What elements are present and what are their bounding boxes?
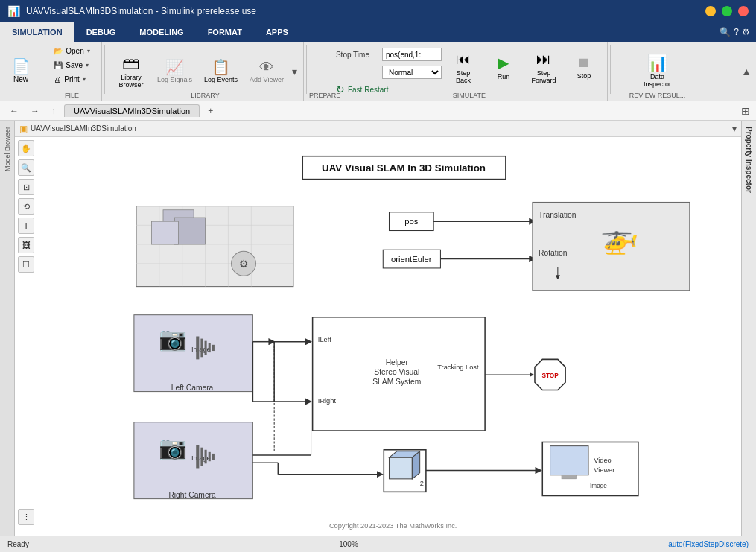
canvas-tools: ✋ 🔍 ⊡ ⟲ T 🖼 ☐: [15, 137, 37, 276]
svg-rect-52: [209, 452, 211, 461]
checkbox-tool[interactable]: ☐: [18, 256, 34, 273]
svg-text:orientEuler: orientEuler: [391, 255, 432, 264]
print-icon: 🖨: [54, 75, 61, 83]
maximize-button[interactable]: [722, 6, 732, 16]
open-button[interactable]: 📂 Open ▾: [48, 45, 95, 57]
help-icon[interactable]: ?: [734, 27, 739, 37]
nav-back-button[interactable]: ←: [6, 104, 22, 118]
run-button[interactable]: ▶ Run: [485, 45, 522, 89]
svg-text:Tracking Lost: Tracking Lost: [437, 364, 479, 371]
tab-format[interactable]: FORMAT: [196, 22, 254, 42]
property-inspector-label[interactable]: Property Inspector: [745, 121, 753, 199]
svg-text:Stereo Visual: Stereo Visual: [374, 368, 419, 376]
print-button[interactable]: 🖨 Print ▾: [48, 73, 95, 86]
breadcrumb-tab[interactable]: UAVVisualSLAMIn3DSimulation: [64, 104, 200, 117]
status-zoom: 100%: [339, 540, 358, 548]
new-button[interactable]: 📄 New: [4, 49, 37, 94]
text-tool[interactable]: T: [18, 218, 34, 234]
model-icon: ▣: [19, 124, 28, 134]
svg-text:Right Camera: Right Camera: [168, 491, 216, 499]
log-signals-button[interactable]: 📈 Log Signals: [152, 49, 197, 94]
log-events-button[interactable]: 📋 Log Events: [199, 49, 243, 94]
tab-apps[interactable]: APPS: [254, 22, 300, 42]
mode-select[interactable]: Normal Accelerator Rapid Accelerator: [382, 66, 442, 79]
settings-icon[interactable]: ⚙: [742, 27, 750, 37]
review-label: REVIEW RESUL...: [613, 92, 702, 99]
add-viewer-button[interactable]: 👁 Add Viewer: [244, 49, 289, 94]
prepare-label: PREPARE: [309, 92, 331, 99]
log-signals-label: Log Signals: [157, 76, 192, 83]
stop-button[interactable]: ⏹ Stop: [565, 45, 603, 89]
more-tools-button[interactable]: ⋮: [18, 509, 34, 525]
stop-time-label: Stop Time: [336, 51, 379, 59]
canvas-dropdown-button[interactable]: ▾: [732, 124, 737, 134]
svg-rect-62: [562, 475, 577, 479]
svg-text:STOP: STOP: [541, 372, 559, 379]
diagram-canvas[interactable]: UAV Visual SLAM In 3D Simulation ⚙: [37, 137, 741, 536]
svg-text:Left Camera: Left Camera: [171, 384, 214, 392]
tab-modeling[interactable]: MODELING: [127, 22, 195, 42]
svg-rect-2: [136, 206, 293, 287]
canvas-path-header: ▣ UAVVisualSLAMIn3DSimulation ▾: [15, 121, 741, 137]
left-sidebar: Model Browser: [0, 121, 15, 536]
library-group: 🗃 Library Browser 📈 Log Signals 📋 Log Ev…: [107, 42, 304, 101]
window-title: UAVVisualSLAMIn3DSimulation - Simulink p…: [26, 6, 705, 16]
svg-text:UAV Visual SLAM In 3D Simulati: UAV Visual SLAM In 3D Simulation: [322, 162, 486, 174]
svg-text:Helper: Helper: [386, 358, 409, 367]
tab-simulation[interactable]: SIMULATION: [0, 22, 74, 42]
add-tab-button[interactable]: +: [204, 104, 217, 118]
status-solver: auto(FixedStepDiscrete): [668, 540, 749, 548]
canvas-expand-button[interactable]: ⊞: [741, 105, 750, 117]
svg-rect-51: [205, 450, 207, 464]
data-inspector-button[interactable]: 📊 DataInspector: [638, 49, 676, 94]
save-button[interactable]: 💾 Save ▾: [48, 59, 95, 72]
titlebar: 📊 UAVVisualSLAMIn3DSimulation - Simulink…: [0, 0, 756, 22]
breadcrumb-bar: ← → ↑ UAVVisualSLAMIn3DSimulation + ⊞: [0, 101, 756, 121]
minimize-button[interactable]: [705, 6, 716, 16]
svg-rect-12: [174, 218, 205, 244]
svg-text:Viewer: Viewer: [594, 466, 614, 474]
svg-text:Copyright 2021-2023 The MathWo: Copyright 2021-2023 The MathWorks Inc.: [329, 522, 457, 530]
simulate-label: SIMULATE: [331, 92, 607, 99]
diagram-svg: UAV Visual SLAM In 3D Simulation ⚙: [37, 137, 741, 536]
add-viewer-icon: 👁: [259, 60, 274, 74]
svg-rect-27: [134, 315, 252, 392]
open-dropdown-arrow: ▾: [87, 48, 90, 54]
rotate-tool[interactable]: ⟲: [18, 198, 34, 215]
nav-up-button[interactable]: ↑: [48, 104, 60, 118]
hand-tool[interactable]: ✋: [18, 140, 34, 156]
new-doc-icon: 📄: [12, 59, 31, 74]
fit-tool[interactable]: ⊡: [18, 179, 34, 195]
svg-text:Video: Video: [594, 457, 612, 464]
log-signals-icon: 📈: [165, 60, 184, 74]
ribbon-expand-button[interactable]: ▲: [740, 66, 753, 77]
svg-text:Rotation: Rotation: [539, 249, 568, 257]
svg-text:⚙: ⚙: [239, 258, 249, 270]
canvas-area: ▣ UAVVisualSLAMIn3DSimulation ▾ ✋ 🔍 ⊡ ⟲ …: [15, 121, 741, 536]
svg-rect-56: [390, 457, 413, 479]
stop-time-input[interactable]: [382, 48, 442, 61]
svg-rect-53: [212, 454, 215, 460]
canvas-path-text[interactable]: UAVVisualSLAMIn3DSimulation: [31, 124, 136, 133]
library-browser-button[interactable]: 🗃 Library Browser: [112, 49, 150, 94]
zoom-in-tool[interactable]: 🔍: [18, 159, 34, 176]
library-more-button[interactable]: ▾: [290, 66, 299, 77]
tab-debug[interactable]: DEBUG: [74, 22, 128, 42]
step-forward-icon: ⏭: [536, 51, 551, 68]
model-browser-label[interactable]: Model Browser: [4, 124, 11, 174]
step-forward-button[interactable]: ⏭ StepForward: [525, 45, 562, 89]
svg-rect-34: [212, 345, 215, 351]
step-back-button[interactable]: ⏮ StepBack: [445, 45, 482, 89]
svg-rect-13: [152, 221, 179, 244]
ribbon-toolbar: 📄 New 📂 Open ▾ 💾 Save ▾ 🖨 Print ▾: [0, 42, 756, 101]
ribbon-search: 🔍 ? ⚙: [720, 22, 750, 42]
simulate-group: Stop Time Normal Accelerator Rapid Accel…: [331, 42, 608, 101]
nav-forward-button[interactable]: →: [27, 104, 43, 118]
close-button[interactable]: [738, 6, 749, 16]
library-group-label: LIBRARY: [107, 92, 303, 99]
image-tool[interactable]: 🖼: [18, 237, 34, 253]
svg-rect-31: [200, 339, 203, 358]
ribbon-tab-bar: SIMULATION DEBUG MODELING FORMAT APPS 🔍 …: [0, 22, 756, 42]
step-forward-label: StepForward: [531, 69, 556, 84]
prepare-group: PREPARE: [309, 42, 331, 101]
